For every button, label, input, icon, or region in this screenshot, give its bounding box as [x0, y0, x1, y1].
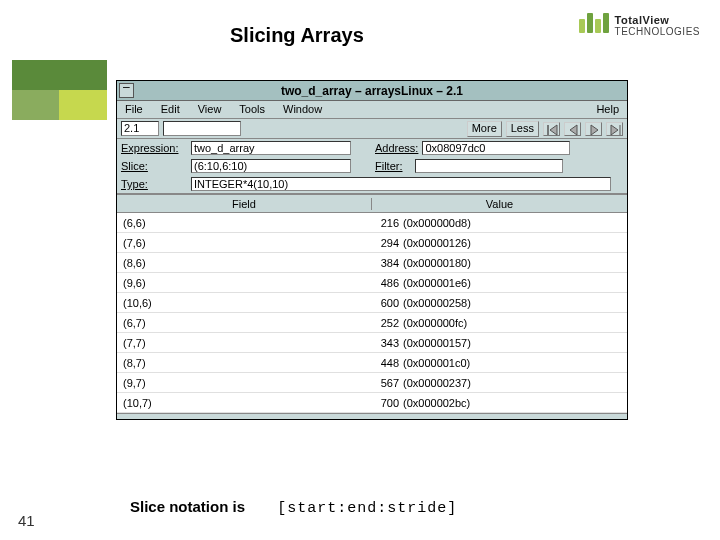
field-cell: (10,7): [123, 397, 348, 409]
table-row[interactable]: (9,7)567(0x00000237): [117, 373, 627, 393]
field-cell: (8,7): [123, 357, 348, 369]
value-num: 700: [348, 397, 403, 409]
value-hex: (0x000000fc): [403, 317, 467, 329]
label-address: Address:: [355, 142, 418, 154]
table-row[interactable]: (6,6)216(0x000000d8): [117, 213, 627, 233]
type-field[interactable]: INTEGER*4(10,10): [191, 177, 611, 191]
address-field[interactable]: 0x08097dc0: [422, 141, 570, 155]
value-hex: (0x00000157): [403, 337, 471, 349]
caption-code: [start:end:stride]: [277, 500, 457, 517]
value-num: 252: [348, 317, 403, 329]
value-hex: (0x000000d8): [403, 217, 471, 229]
label-expression: Expression:: [121, 142, 187, 154]
nav-row: 2.1 More Less: [117, 119, 627, 139]
col-field[interactable]: Field: [117, 198, 372, 210]
expression-field[interactable]: two_d_array: [191, 141, 351, 155]
menu-edit[interactable]: Edit: [161, 103, 180, 116]
window-titlebar[interactable]: two_d_array – arraysLinux – 2.1: [117, 81, 627, 101]
value-num: 448: [348, 357, 403, 369]
table-row[interactable]: (8,6)384(0x00000180): [117, 253, 627, 273]
less-button[interactable]: Less: [506, 121, 539, 137]
prev-icon[interactable]: [564, 122, 581, 136]
value-hex: (0x000002bc): [403, 397, 470, 409]
table-row[interactable]: (7,6)294(0x00000126): [117, 233, 627, 253]
label-slice: Slice:: [121, 160, 187, 172]
value-num: 567: [348, 377, 403, 389]
menu-window[interactable]: Window: [283, 103, 322, 116]
menu-tools[interactable]: Tools: [239, 103, 265, 116]
menubar: File Edit View Tools Window Help: [117, 101, 627, 119]
field-cell: (9,6): [123, 277, 348, 289]
menu-file[interactable]: File: [125, 103, 143, 116]
value-num: 384: [348, 257, 403, 269]
svg-marker-1: [550, 125, 557, 135]
window-title: two_d_array – arraysLinux – 2.1: [281, 84, 463, 98]
field-cell: (6,7): [123, 317, 348, 329]
nav-empty-field[interactable]: [163, 121, 241, 136]
table-row[interactable]: (7,7)343(0x00000157): [117, 333, 627, 353]
value-hex: (0x00000180): [403, 257, 471, 269]
page-number: 41: [18, 512, 35, 529]
next-icon[interactable]: [585, 122, 602, 136]
data-table: Field Value (6,6)216(0x000000d8)(7,6)294…: [117, 194, 627, 413]
filter-field[interactable]: [415, 159, 563, 173]
page-title: Slicing Arrays: [230, 24, 364, 47]
field-cell: (10,6): [123, 297, 348, 309]
field-cell: (9,7): [123, 377, 348, 389]
array-window: two_d_array – arraysLinux – 2.1 File Edi…: [116, 80, 628, 420]
decorative-blocks: [12, 60, 107, 120]
last-icon[interactable]: [606, 122, 623, 136]
value-hex: (0x000001e6): [403, 277, 471, 289]
caption-prefix: Slice notation is: [130, 498, 245, 515]
table-row[interactable]: (8,7)448(0x000001c0): [117, 353, 627, 373]
value-hex: (0x00000237): [403, 377, 471, 389]
menu-view[interactable]: View: [198, 103, 222, 116]
svg-marker-2: [570, 125, 577, 135]
first-icon[interactable]: [543, 122, 560, 136]
svg-marker-4: [611, 125, 618, 135]
table-row[interactable]: (10,6)600(0x00000258): [117, 293, 627, 313]
field-cell: (7,7): [123, 337, 348, 349]
menu-help[interactable]: Help: [596, 103, 619, 116]
value-hex: (0x00000258): [403, 297, 471, 309]
value-num: 600: [348, 297, 403, 309]
minimize-icon[interactable]: [119, 83, 134, 98]
label-type: Type:: [121, 178, 187, 190]
value-num: 343: [348, 337, 403, 349]
brand-logo: TotalView TECHNOLOGIES: [579, 14, 700, 37]
table-row[interactable]: (6,7)252(0x000000fc): [117, 313, 627, 333]
value-num: 294: [348, 237, 403, 249]
field-cell: (6,6): [123, 217, 348, 229]
field-cell: (8,6): [123, 257, 348, 269]
slice-field[interactable]: (6:10,6:10): [191, 159, 351, 173]
field-cell: (7,6): [123, 237, 348, 249]
value-num: 216: [348, 217, 403, 229]
more-button[interactable]: More: [467, 121, 502, 137]
table-row[interactable]: (10,7)700(0x000002bc): [117, 393, 627, 413]
table-row[interactable]: (9,6)486(0x000001e6): [117, 273, 627, 293]
value-hex: (0x00000126): [403, 237, 471, 249]
brand-primary: TotalView: [615, 14, 670, 26]
svg-marker-3: [591, 125, 598, 135]
label-filter: Filter:: [355, 160, 411, 172]
col-value[interactable]: Value: [372, 198, 627, 210]
brand-secondary: TECHNOLOGIES: [615, 26, 700, 37]
value-hex: (0x000001c0): [403, 357, 470, 369]
value-num: 486: [348, 277, 403, 289]
nav-value-field[interactable]: 2.1: [121, 121, 159, 136]
